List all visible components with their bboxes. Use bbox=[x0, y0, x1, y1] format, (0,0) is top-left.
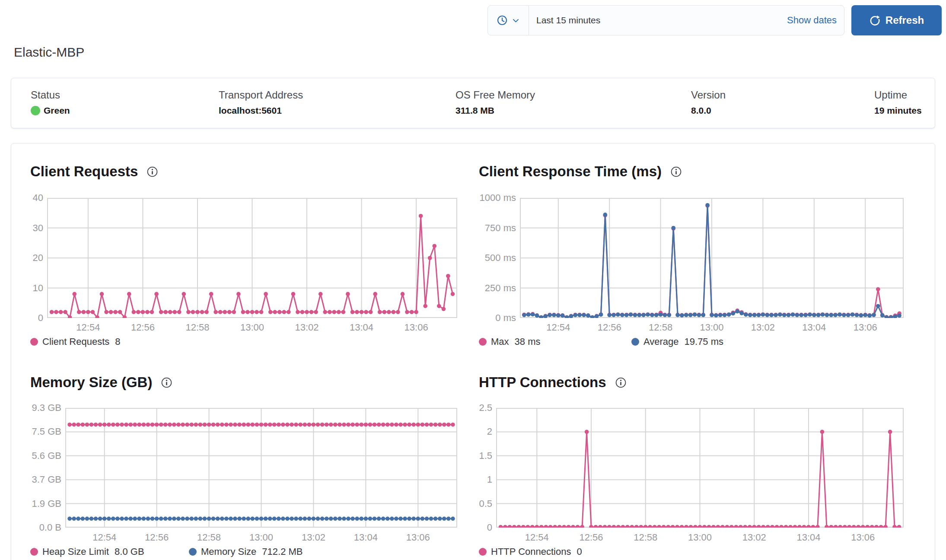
legend-label: Average bbox=[643, 336, 679, 347]
stat-label: Status bbox=[31, 89, 60, 101]
stat-value: 8.0.0 bbox=[691, 105, 711, 116]
info-icon[interactable] bbox=[615, 377, 626, 388]
page-title: Elastic-MBP bbox=[14, 45, 84, 60]
legend-label: Max bbox=[491, 336, 509, 347]
legend-series-dot bbox=[30, 548, 38, 556]
legend-label: Client Requests bbox=[42, 336, 109, 347]
stat-value: Green bbox=[31, 105, 70, 116]
charts-panel bbox=[11, 143, 935, 560]
legend-series-dot bbox=[479, 548, 487, 556]
time-quick-select-button[interactable] bbox=[488, 6, 529, 35]
legend-item-client-requests[interactable]: Client Requests8 bbox=[30, 336, 121, 347]
legend-item-memory-size[interactable]: Memory Size712.2 MB bbox=[189, 546, 303, 557]
stat-label: OS Free Memory bbox=[455, 89, 535, 101]
stat-label: Transport Address bbox=[219, 89, 303, 101]
legend-value: 38 ms bbox=[515, 336, 541, 347]
legend-series-dot bbox=[631, 338, 639, 346]
legend-label: Memory Size bbox=[201, 546, 256, 557]
stat-value-text: 19 minutes bbox=[874, 105, 922, 116]
stat-uptime: Uptime19 minutes bbox=[874, 78, 946, 128]
refresh-icon bbox=[869, 15, 881, 26]
stat-value: localhost:5601 bbox=[219, 105, 282, 116]
legend-item-heap-size-limit[interactable]: Heap Size Limit8.0 GB bbox=[30, 546, 144, 557]
legend-series-dot bbox=[189, 548, 197, 556]
stat-value-text: Green bbox=[44, 105, 70, 116]
stat-transport-address: Transport Addresslocalhost:5601 bbox=[219, 78, 348, 128]
clock-icon bbox=[497, 15, 508, 26]
stat-label: Uptime bbox=[874, 89, 907, 101]
stat-value-text: 8.0.0 bbox=[691, 105, 711, 116]
time-picker-group: Last 15 minutes Show dates bbox=[487, 5, 844, 35]
legend-value: 0 bbox=[577, 546, 582, 557]
stat-os-free-memory: OS Free Memory311.8 MB bbox=[455, 78, 585, 128]
legend-item-max[interactable]: Max38 ms bbox=[479, 336, 540, 347]
legend-label: Heap Size Limit bbox=[42, 546, 109, 557]
time-range-display[interactable]: Last 15 minutes bbox=[529, 15, 787, 25]
legend-value: 712.2 MB bbox=[262, 546, 303, 557]
legend-label: HTTP Connections bbox=[491, 546, 571, 557]
stat-value-text: localhost:5601 bbox=[219, 105, 282, 116]
kibana-node-monitoring-page: Last 15 minutes Show dates Refresh Elast… bbox=[0, 0, 946, 560]
refresh-button-label: Refresh bbox=[885, 14, 924, 26]
legend-item-average[interactable]: Average19.75 ms bbox=[631, 336, 723, 347]
summary-panel: StatusGreenTransport Addresslocalhost:56… bbox=[11, 78, 935, 128]
legend-value: 8 bbox=[115, 336, 120, 347]
legend-value: 8.0 GB bbox=[115, 546, 144, 557]
stat-status: StatusGreen bbox=[31, 78, 160, 128]
stat-version: Version8.0.0 bbox=[691, 78, 821, 128]
stat-label: Version bbox=[691, 89, 726, 101]
stat-value: 311.8 MB bbox=[455, 105, 494, 116]
info-icon[interactable] bbox=[147, 166, 158, 177]
stat-value-text: 311.8 MB bbox=[455, 105, 494, 116]
health-status-icon bbox=[31, 106, 40, 115]
refresh-button[interactable]: Refresh bbox=[851, 5, 942, 35]
legend-series-dot bbox=[30, 338, 38, 346]
legend-value: 19.75 ms bbox=[685, 336, 724, 347]
info-icon[interactable] bbox=[161, 377, 172, 388]
legend-item-http-connections[interactable]: HTTP Connections0 bbox=[479, 546, 582, 557]
legend-series-dot bbox=[479, 338, 487, 346]
chevron-down-icon bbox=[512, 16, 520, 25]
show-dates-link[interactable]: Show dates bbox=[787, 15, 844, 26]
info-icon[interactable] bbox=[671, 166, 682, 177]
stat-value: 19 minutes bbox=[874, 105, 922, 116]
